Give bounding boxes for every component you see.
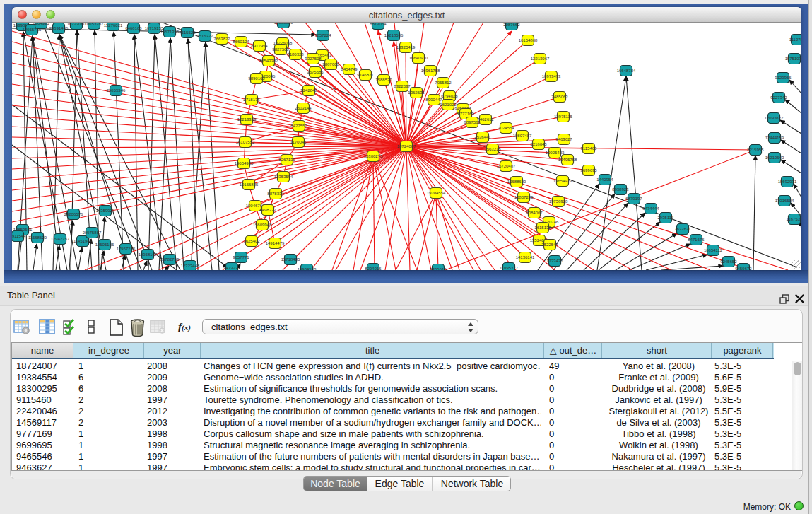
svg-text:12505135: 12505135 xyxy=(95,243,114,247)
svg-text:12444159: 12444159 xyxy=(765,136,784,140)
svg-text:15609948: 15609948 xyxy=(253,223,272,227)
svg-text:16323080: 16323080 xyxy=(67,23,86,26)
svg-text:1440954: 1440954 xyxy=(596,177,613,182)
svg-text:19166825: 19166825 xyxy=(240,182,259,187)
svg-text:12093822: 12093822 xyxy=(765,116,784,120)
svg-text:9084067: 9084067 xyxy=(526,211,543,215)
svg-text:4498222: 4498222 xyxy=(259,208,276,212)
svg-text:8660124: 8660124 xyxy=(233,40,249,44)
svg-text:10807487: 10807487 xyxy=(513,134,532,138)
svg-text:8454749: 8454749 xyxy=(341,67,358,71)
svg-text:2264935: 2264935 xyxy=(33,23,49,25)
svg-text:6879197: 6879197 xyxy=(625,197,642,201)
svg-text:1588520: 1588520 xyxy=(375,78,392,82)
svg-text:16154808: 16154808 xyxy=(519,38,538,42)
svg-text:12975115: 12975115 xyxy=(554,115,573,119)
svg-text:3675685: 3675685 xyxy=(307,70,324,74)
svg-text:6466160: 6466160 xyxy=(125,26,142,30)
svg-text:9242848: 9242848 xyxy=(300,88,317,93)
svg-text:17957225: 17957225 xyxy=(117,247,136,251)
svg-text:16033809: 16033809 xyxy=(274,23,293,25)
svg-text:12942757: 12942757 xyxy=(51,237,70,241)
svg-text:7515526: 7515526 xyxy=(179,30,196,35)
svg-text:16961758: 16961758 xyxy=(421,69,440,73)
svg-text:16782759: 16782759 xyxy=(160,257,180,262)
svg-text:16543382: 16543382 xyxy=(259,59,278,63)
svg-text:2603144: 2603144 xyxy=(295,106,312,110)
svg-text:9699695: 9699695 xyxy=(580,168,597,173)
svg-text:20206576: 20206576 xyxy=(64,212,83,216)
svg-text:12213967: 12213967 xyxy=(531,57,550,61)
svg-text:9146821: 9146821 xyxy=(357,73,374,77)
svg-text:10973493: 10973493 xyxy=(542,74,561,78)
svg-text:7462612: 7462612 xyxy=(477,117,494,122)
svg-text:9327508: 9327508 xyxy=(305,57,322,61)
svg-text:9473233: 9473233 xyxy=(223,266,240,270)
svg-text:8322037: 8322037 xyxy=(394,84,411,88)
svg-text:10654112: 10654112 xyxy=(704,248,723,252)
svg-text:2522544: 2522544 xyxy=(541,243,558,247)
svg-text:2536441: 2536441 xyxy=(474,135,491,139)
svg-text:1167533: 1167533 xyxy=(787,217,801,221)
svg-text:9115460: 9115460 xyxy=(581,146,598,151)
svg-text:2718176: 2718176 xyxy=(243,98,260,102)
svg-text:3024554: 3024554 xyxy=(498,126,514,130)
svg-text:1733426: 1733426 xyxy=(546,259,563,263)
svg-text:8912954: 8912954 xyxy=(251,44,268,48)
svg-text:15300275: 15300275 xyxy=(364,154,383,158)
svg-text:15807249: 15807249 xyxy=(514,195,534,199)
svg-text:8471676: 8471676 xyxy=(688,238,705,242)
svg-text:11451944: 11451944 xyxy=(73,239,93,243)
svg-text:13495758: 13495758 xyxy=(558,158,577,162)
svg-text:8813054: 8813054 xyxy=(370,23,387,26)
svg-text:3911544: 3911544 xyxy=(12,234,26,238)
svg-text:8878334: 8878334 xyxy=(267,192,284,196)
svg-text:9355610: 9355610 xyxy=(430,267,447,270)
svg-text:1615132: 1615132 xyxy=(534,226,551,230)
svg-text:8215955: 8215955 xyxy=(747,148,764,152)
svg-text:8294016: 8294016 xyxy=(365,267,382,270)
svg-text:16671355: 16671355 xyxy=(160,30,180,34)
svg-text:1170046: 1170046 xyxy=(290,140,307,144)
svg-text:15751074: 15751074 xyxy=(785,57,801,61)
svg-text:2087662: 2087662 xyxy=(503,23,520,27)
svg-text:7857224: 7857224 xyxy=(314,33,331,37)
svg-text:20691406: 20691406 xyxy=(49,26,69,30)
svg-text:12353594: 12353594 xyxy=(274,175,293,179)
svg-text:15692971: 15692971 xyxy=(778,180,797,184)
svg-text:8427552: 8427552 xyxy=(290,124,307,128)
svg-text:13654923: 13654923 xyxy=(553,179,572,183)
svg-text:11895377: 11895377 xyxy=(500,266,519,270)
svg-text:11568629: 11568629 xyxy=(28,235,47,240)
svg-text:20975887: 20975887 xyxy=(83,230,102,235)
svg-text:15718485: 15718485 xyxy=(281,257,300,262)
svg-text:6216045: 6216045 xyxy=(530,142,547,146)
svg-text:10025433: 10025433 xyxy=(546,151,565,155)
svg-text:9474444: 9474444 xyxy=(642,206,659,211)
svg-text:15276021: 15276021 xyxy=(104,23,123,28)
svg-text:9890165: 9890165 xyxy=(248,76,265,81)
svg-text:9657771: 9657771 xyxy=(233,255,249,259)
svg-text:2867608: 2867608 xyxy=(322,62,339,66)
svg-text:13325419: 13325419 xyxy=(396,45,416,49)
svg-text:9245652: 9245652 xyxy=(720,259,737,264)
svg-text:7485063: 7485063 xyxy=(551,95,568,99)
svg-text:17359924: 17359924 xyxy=(96,209,115,213)
svg-text:19756928: 19756928 xyxy=(549,199,568,204)
svg-text:16210643: 16210643 xyxy=(765,156,784,160)
svg-text:7516322: 7516322 xyxy=(196,34,213,38)
svg-text:9827500: 9827500 xyxy=(272,47,289,52)
svg-text:9227342: 9227342 xyxy=(770,95,787,100)
svg-text:7563218: 7563218 xyxy=(484,147,501,151)
svg-text:1362635: 1362635 xyxy=(408,90,425,95)
svg-text:14914479: 14914479 xyxy=(266,241,285,245)
svg-text:16648784: 16648784 xyxy=(617,69,636,73)
svg-text:16107552: 16107552 xyxy=(236,140,255,144)
svg-text:10984538: 10984538 xyxy=(298,267,317,270)
svg-text:14136141: 14136141 xyxy=(516,255,535,259)
svg-text:9129966: 9129966 xyxy=(775,76,792,80)
svg-text:9463627: 9463627 xyxy=(555,137,572,141)
svg-text:7663822: 7663822 xyxy=(213,37,230,41)
svg-text:18724007: 18724007 xyxy=(397,144,416,148)
svg-text:16640910: 16640910 xyxy=(409,56,428,60)
